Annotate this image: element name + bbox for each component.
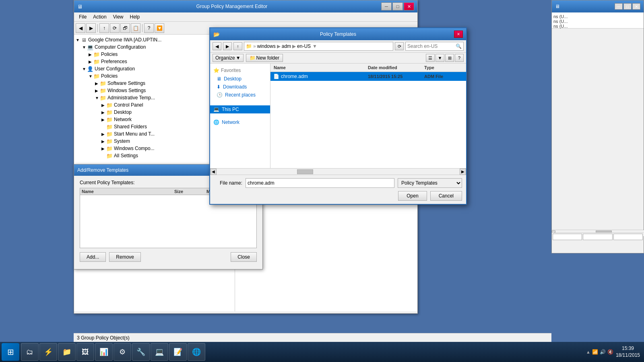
- help-button[interactable]: ?: [144, 23, 154, 33]
- expand-start-menu[interactable]: ▶: [101, 132, 106, 136]
- expand-policies-2[interactable]: ▼: [89, 74, 93, 78]
- back-button[interactable]: ◀: [76, 23, 85, 33]
- rw-close[interactable]: ✕: [632, 3, 640, 10]
- taskbar-explorer[interactable]: 📁: [58, 343, 76, 361]
- list-view-button[interactable]: ☰: [426, 54, 435, 62]
- expand-user-config[interactable]: ▼: [82, 67, 87, 71]
- policy-dialog-title: Policy Templates: [320, 31, 356, 37]
- menu-view[interactable]: View: [110, 13, 127, 21]
- open-button[interactable]: Open: [398, 191, 427, 201]
- nav-back-button[interactable]: ◀: [213, 42, 221, 50]
- folder-icon-shared: 📁: [106, 123, 113, 130]
- nav-up-button[interactable]: ↑: [233, 42, 242, 50]
- tray-mute-icon[interactable]: 🔇: [607, 349, 613, 355]
- policy-toolbar: Organize ▼ 📁 New folder ☰ ▼ ⊞ ?: [210, 53, 466, 64]
- nav-network[interactable]: 🌐 Network: [210, 118, 270, 126]
- rw-minimize[interactable]: ─: [615, 3, 623, 10]
- view-options-button[interactable]: ▼: [436, 54, 444, 62]
- expand-control-panel[interactable]: ▶: [101, 103, 106, 107]
- close-dialog-button[interactable]: Close: [231, 252, 257, 262]
- file-col-type[interactable]: Type: [423, 64, 464, 71]
- policy-nav-panel: ⭐ Favorites 🖥 Desktop ⬇ Downloads 🕒 Rece…: [210, 64, 270, 168]
- breadcrumb-part-adm: adm: [282, 43, 291, 49]
- status-text: 3 Group Policy Object(s): [77, 335, 130, 341]
- forward-button[interactable]: ▶: [86, 23, 96, 33]
- new-folder-button[interactable]: 📁 New folder: [246, 54, 283, 62]
- breadcrumb-part-windows: windows: [257, 43, 276, 49]
- minimize-button[interactable]: ─: [381, 2, 392, 10]
- new-window-button[interactable]: 🗗: [120, 23, 130, 33]
- taskbar-browser[interactable]: 🌐: [188, 343, 205, 361]
- nav-desktop[interactable]: 🖥 Desktop: [213, 75, 267, 83]
- cancel-button[interactable]: Cancel: [430, 191, 462, 201]
- expand-windows-settings[interactable]: ▶: [95, 88, 100, 93]
- expand-admin-templates[interactable]: ▼: [95, 96, 100, 100]
- search-icon[interactable]: 🔍: [456, 43, 462, 49]
- remove-button[interactable]: Remove: [109, 252, 141, 262]
- expand-policies-1[interactable]: ▶: [89, 52, 93, 57]
- expand-desktop[interactable]: ▶: [101, 110, 106, 115]
- taskbar: ⊞ 🗂 ⚡ 📁 🖼 📊 ⚙ 🔧 💻 📝 🌐 ▲ 📶 🔊 🔇 15:39 18/1…: [0, 342, 644, 362]
- expand-software-settings[interactable]: ▶: [95, 81, 100, 86]
- scroll-track[interactable]: [217, 169, 460, 175]
- file-col-date[interactable]: Date modified: [367, 64, 423, 71]
- help-view-button[interactable]: ?: [455, 54, 464, 62]
- right-input-3[interactable]: [613, 234, 643, 240]
- search-input[interactable]: [407, 43, 456, 49]
- filetype-select[interactable]: Policy Templates: [398, 178, 462, 188]
- maximize-button[interactable]: □: [392, 2, 403, 10]
- breadcrumb-bar[interactable]: 📁 » windows ▶ adm ▶ en-US ▼: [244, 42, 393, 51]
- menu-file[interactable]: File: [76, 13, 90, 21]
- file-date-chrome: 18/11/2015 15:25: [367, 73, 423, 80]
- expand-system[interactable]: ▶: [101, 139, 106, 144]
- policy-title-bar: 📂 Policy Templates ×: [210, 28, 466, 40]
- tray-volume-icon[interactable]: 🔊: [600, 349, 606, 355]
- taskbar-photos[interactable]: 🖼: [76, 343, 94, 361]
- tray-arrow[interactable]: ▲: [586, 350, 590, 354]
- taskbar-file-manager[interactable]: 🗂: [21, 343, 39, 361]
- filter-button[interactable]: 🔽: [155, 23, 164, 33]
- file-col-name[interactable]: Name: [273, 64, 367, 71]
- policy-close-button[interactable]: ×: [454, 31, 463, 38]
- menu-help[interactable]: Help: [127, 13, 143, 21]
- properties-button[interactable]: 📋: [131, 23, 140, 33]
- taskbar-clock[interactable]: 15:39 18/11/2015: [616, 345, 640, 359]
- taskbar-notes[interactable]: 📝: [169, 343, 187, 361]
- tray-network-icon[interactable]: 📶: [592, 349, 598, 355]
- folder-icon-software: 📁: [100, 80, 106, 86]
- menu-action[interactable]: Action: [90, 13, 109, 21]
- file-row-chrome[interactable]: 📄 chrome.adm 18/11/2015 15:25 ADM File: [270, 72, 466, 81]
- expand-network[interactable]: ▶: [101, 117, 106, 122]
- close-button[interactable]: ✕: [404, 2, 414, 10]
- nav-downloads[interactable]: ⬇ Downloads: [213, 83, 267, 91]
- scroll-right-button[interactable]: ▶: [460, 169, 466, 175]
- nav-thispc[interactable]: 💻 This PC: [210, 105, 270, 113]
- expand-chrome[interactable]: ▼: [76, 38, 80, 42]
- expand-preferences[interactable]: ▶: [89, 60, 93, 64]
- nav-recent[interactable]: 🕒 Recent places: [213, 91, 267, 99]
- up-button[interactable]: ↑: [99, 23, 109, 33]
- taskbar-monitor[interactable]: 📊: [95, 343, 113, 361]
- expand-computer-config[interactable]: ▼: [82, 45, 87, 49]
- taskbar-settings[interactable]: ⚙: [114, 343, 131, 361]
- menu-bar: File Action View Help: [74, 12, 417, 22]
- filename-input[interactable]: [246, 178, 394, 188]
- scroll-thumb[interactable]: [297, 169, 313, 174]
- rw-maximize[interactable]: □: [623, 3, 632, 10]
- nav-forward-button[interactable]: ▶: [223, 42, 232, 50]
- expand-windows-components[interactable]: ▶: [101, 146, 106, 151]
- taskbar-cmd[interactable]: 💻: [151, 343, 168, 361]
- details-view-button[interactable]: ⊞: [445, 54, 454, 62]
- taskbar-powershell[interactable]: ⚡: [39, 343, 57, 361]
- right-input-2[interactable]: [583, 234, 612, 240]
- taskbar-tools[interactable]: 🔧: [132, 343, 150, 361]
- start-button[interactable]: ⊞: [2, 343, 19, 361]
- right-input-1[interactable]: [553, 234, 582, 240]
- scroll-left-button[interactable]: ◀: [210, 169, 217, 175]
- nav-refresh-button[interactable]: ⟳: [395, 42, 404, 50]
- breadcrumb-dropdown[interactable]: ▼: [312, 43, 317, 49]
- refresh-button[interactable]: ⟳: [110, 23, 120, 33]
- organize-button[interactable]: Organize ▼: [213, 54, 244, 62]
- add-button[interactable]: Add...: [80, 252, 106, 262]
- tree-label-windows-settings: Windows Settings: [107, 88, 146, 93]
